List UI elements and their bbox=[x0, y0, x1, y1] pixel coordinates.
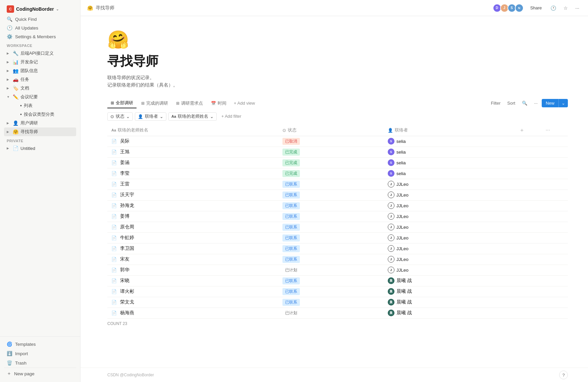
cell-contact[interactable]: J JJLeo bbox=[384, 243, 515, 254]
cell-contact[interactable]: 晨 晨曦 战 bbox=[384, 308, 515, 318]
add-filter-button[interactable]: + Add filter bbox=[219, 113, 244, 120]
add-column-icon[interactable]: ＋ bbox=[519, 127, 525, 133]
share-button[interactable]: Share bbox=[527, 4, 545, 12]
table-row[interactable]: 📄 沃天宇 已联系 J JJLeo bbox=[107, 189, 568, 200]
cell-name[interactable]: 📄 王旭 bbox=[107, 147, 278, 157]
cell-name[interactable]: 📄 姜涵 bbox=[107, 157, 278, 168]
cell-name[interactable]: 📄 谭火彬 bbox=[107, 286, 278, 297]
cell-name[interactable]: 📄 李莹 bbox=[107, 168, 278, 179]
cell-name[interactable]: 📄 孙海龙 bbox=[107, 200, 278, 211]
cell-contact[interactable]: S selia bbox=[384, 147, 515, 157]
cell-contact[interactable]: J JJLeo bbox=[384, 179, 515, 189]
table-row[interactable]: 📄 王旭 已完成 S selia bbox=[107, 147, 568, 157]
sidebar-item-tasks[interactable]: ▶ 🚗 任务 bbox=[4, 75, 76, 84]
cell-name[interactable]: 📄 沃天宇 bbox=[107, 189, 278, 200]
cell-name[interactable]: 📄 宋晓 bbox=[107, 275, 278, 286]
cell-name[interactable]: 📄 李卫国 bbox=[107, 243, 278, 254]
cell-contact[interactable]: J JJLeo bbox=[384, 189, 515, 200]
sidebar-item-all-updates[interactable]: 🕐 All Updates bbox=[4, 23, 76, 32]
cell-status[interactable]: 已计划 bbox=[278, 265, 384, 275]
table-row[interactable]: 📄 郭华 已计划 J JJLeo bbox=[107, 265, 568, 275]
cell-name[interactable]: 📄 牛虹婷 bbox=[107, 232, 278, 243]
cell-contact[interactable]: S selia bbox=[384, 136, 515, 147]
contact-filter-chip[interactable]: 👤 联络者 ⌄ bbox=[135, 112, 166, 121]
add-view-button[interactable]: + Add view bbox=[231, 99, 258, 107]
table-row[interactable]: 📄 姜博 已联系 J JJLeo bbox=[107, 211, 568, 222]
cell-name[interactable]: 📄 王雷 bbox=[107, 179, 278, 189]
cell-status[interactable]: 已计划 bbox=[278, 308, 384, 318]
cell-status[interactable]: 已完成 bbox=[278, 157, 384, 168]
tab-time[interactable]: 📅 时间 bbox=[208, 99, 230, 108]
search-button[interactable]: 🔍 bbox=[519, 99, 530, 107]
cell-name[interactable]: 📄 吴际 bbox=[107, 136, 278, 147]
cell-status[interactable]: 已完成 bbox=[278, 147, 384, 157]
cell-status[interactable]: 已联系 bbox=[278, 275, 384, 286]
table-row[interactable]: 📄 孙海龙 已联系 J JJLeo bbox=[107, 200, 568, 211]
cell-contact[interactable]: 晨 晨曦 战 bbox=[384, 286, 515, 297]
cell-contact[interactable]: 晨 晨曦 战 bbox=[384, 275, 515, 286]
cell-name[interactable]: 📄 郭华 bbox=[107, 265, 278, 275]
star-button[interactable]: ☆ bbox=[562, 4, 570, 12]
cell-contact[interactable]: J JJLeo bbox=[384, 211, 515, 222]
cell-contact[interactable]: J JJLeo bbox=[384, 254, 515, 265]
sidebar-item-quick-find[interactable]: 🔍 Quick Find bbox=[4, 15, 76, 23]
new-btn-chevron[interactable]: ⌄ bbox=[558, 99, 568, 107]
table-row[interactable]: 📄 李卫国 已联系 J JJLeo bbox=[107, 243, 568, 254]
history-button[interactable]: 🕐 bbox=[548, 4, 558, 12]
table-row[interactable]: 📄 宋友 已联系 J JJLeo bbox=[107, 254, 568, 265]
sidebar-item-by-type[interactable]: • 按会议类型分类 bbox=[4, 110, 76, 119]
sidebar-item-team-info[interactable]: ▶ 👥 团队信息 bbox=[4, 66, 76, 75]
cell-status[interactable]: 已联系 bbox=[278, 179, 384, 189]
tab-done[interactable]: ⊞ 完成的调研 bbox=[138, 99, 171, 108]
table-row[interactable]: 📄 杨海燕 已计划 晨 晨曦 战 bbox=[107, 308, 568, 318]
table-row[interactable]: 📄 王雷 已联系 J JJLeo bbox=[107, 179, 568, 189]
table-row[interactable]: 📄 原仓周 已联系 J JJLeo bbox=[107, 222, 568, 232]
cell-contact[interactable]: J JJLeo bbox=[384, 200, 515, 211]
sidebar-item-templates[interactable]: 🌀 Templates bbox=[4, 339, 76, 349]
cell-contact[interactable]: S selia bbox=[384, 157, 515, 168]
cell-status[interactable]: 已联系 bbox=[278, 200, 384, 211]
sidebar-item-list[interactable]: • 列表 bbox=[4, 101, 76, 110]
cell-status[interactable]: 已联系 bbox=[278, 243, 384, 254]
cell-contact[interactable]: J JJLeo bbox=[384, 232, 515, 243]
table-row[interactable]: 📄 姜涵 已完成 S selia bbox=[107, 157, 568, 168]
cell-name[interactable]: 📄 宋友 bbox=[107, 254, 278, 265]
cell-name[interactable]: 📄 原仓周 bbox=[107, 222, 278, 232]
cell-status[interactable]: 已联系 bbox=[278, 254, 384, 265]
cell-contact[interactable]: 晨 晨曦 战 bbox=[384, 297, 515, 308]
sidebar-item-user-research[interactable]: ▶ 👤 用户调研 bbox=[4, 119, 76, 127]
new-record-button[interactable]: New ⌄ bbox=[542, 99, 568, 107]
more-button[interactable]: ··· bbox=[573, 4, 581, 12]
cell-contact[interactable]: J JJLeo bbox=[384, 222, 515, 232]
cell-name[interactable]: 📄 姜博 bbox=[107, 211, 278, 222]
more-db-button[interactable]: ··· bbox=[531, 99, 540, 107]
cell-name[interactable]: 📄 荣文戈 bbox=[107, 297, 278, 308]
col-header-add[interactable]: ＋ bbox=[515, 125, 541, 136]
cell-status[interactable]: 已取消 bbox=[278, 136, 384, 147]
sidebar-item-meeting-notes[interactable]: ▼ ✏️ 会议纪要 bbox=[4, 93, 76, 101]
cell-status[interactable]: 已完成 bbox=[278, 168, 384, 179]
more-columns-icon[interactable]: ··· bbox=[546, 127, 550, 133]
tab-all[interactable]: ⊞ 全部调研 bbox=[107, 98, 137, 108]
sidebar-item-backend-api[interactable]: ▶ 🔧 后端API接口定义 bbox=[4, 49, 76, 58]
cell-status[interactable]: 已联系 bbox=[278, 286, 384, 297]
sidebar-item-docs[interactable]: ▶ 🏷️ 文档 bbox=[4, 84, 76, 93]
tab-needs[interactable]: ⊞ 调研需求点 bbox=[173, 99, 206, 108]
table-row[interactable]: 📄 李莹 已完成 S selia bbox=[107, 168, 568, 179]
cell-status[interactable]: 已联系 bbox=[278, 232, 384, 243]
sort-button[interactable]: Sort bbox=[504, 99, 518, 107]
cell-status[interactable]: 已联系 bbox=[278, 297, 384, 308]
filter-button[interactable]: Filter bbox=[488, 99, 503, 107]
table-row[interactable]: 📄 吴际 已取消 S selia bbox=[107, 136, 568, 147]
table-row[interactable]: 📄 牛虹婷 已联系 J JJLeo bbox=[107, 232, 568, 243]
workspace-title[interactable]: C CodingNoBorder ⌄ bbox=[4, 3, 76, 15]
sidebar-item-trash[interactable]: 🗑️ Trash bbox=[4, 358, 76, 368]
table-row[interactable]: 📄 谭火彬 已联系 晨 晨曦 战 bbox=[107, 286, 568, 297]
sidebar-item-settings[interactable]: ⚙️ Settings & Members bbox=[4, 32, 76, 41]
new-page-button[interactable]: ＋ New page bbox=[4, 368, 76, 379]
sidebar-item-find-mentor[interactable]: ▶ 🤗 寻找导师 bbox=[4, 127, 76, 136]
col-header-more[interactable]: ··· bbox=[542, 125, 568, 136]
cell-status[interactable]: 已联系 bbox=[278, 211, 384, 222]
cell-contact[interactable]: S selia bbox=[384, 168, 515, 179]
help-button[interactable]: ? bbox=[559, 371, 568, 379]
